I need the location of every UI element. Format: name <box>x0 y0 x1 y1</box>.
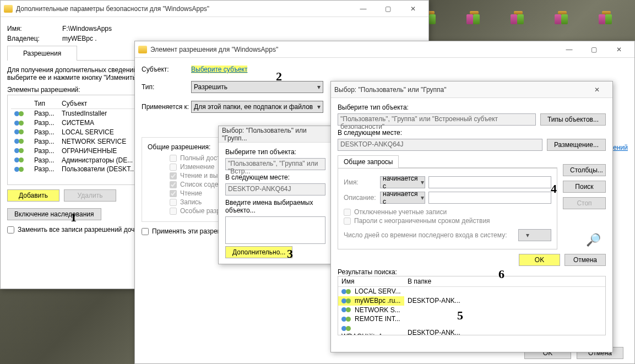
select-user-small-title: Выбор: "Пользователь" или "Групп... <box>222 127 329 142</box>
nonexpiring-pwd-label: Пароли с неограниченным сроком действия <box>354 217 490 225</box>
magnify-icon <box>586 233 606 249</box>
find-button[interactable]: Поиск <box>563 181 606 193</box>
annotation-6: 6 <box>498 267 504 281</box>
users-icon <box>14 119 26 127</box>
annotation-5: 5 <box>457 308 463 323</box>
annotation-4: 4 <box>551 182 557 196</box>
th-name[interactable]: Имя <box>338 276 404 287</box>
minimize-button[interactable]: — <box>351 1 376 17</box>
advanced-security-title: Дополнительные параметры безопасности дл… <box>16 5 351 13</box>
object-type-field: "Пользователь", "Группа" или "Встр... <box>225 158 325 170</box>
select-object-type-label: Выберите тип объекта: <box>338 104 606 111</box>
stop-button: Стоп <box>563 197 606 209</box>
cancel-button[interactable]: Отмена <box>565 254 606 266</box>
enable-inheritance-button[interactable]: Включение наследования <box>7 208 101 220</box>
enter-names-label: Введите имена выбираемых объекто... <box>225 199 325 214</box>
minimize-button[interactable]: — <box>557 42 582 57</box>
location-label: В следующем месте: <box>338 129 606 137</box>
type-dropdown[interactable]: Разрешить <box>191 81 323 93</box>
replace-entries-label: Заменить все записи разрешений доч... <box>18 226 140 233</box>
desktop-icon-winrar[interactable] <box>545 6 578 32</box>
user-icon <box>341 325 354 333</box>
permission-checkbox <box>170 199 177 206</box>
desktop-icon-winrar[interactable] <box>457 6 490 32</box>
applies-to-label: Применяется к: <box>142 103 191 111</box>
maximize-button[interactable]: ▢ <box>582 42 606 57</box>
th-type[interactable]: Тип <box>31 99 58 109</box>
permission-label: Изменение <box>180 163 214 171</box>
select-user-advanced-title: Выбор: "Пользователь" или "Группа" <box>334 86 584 94</box>
search-results-label: Результаты поиска: <box>338 268 606 276</box>
advanced-button[interactable]: Дополнительно... <box>225 246 292 258</box>
days-combo <box>518 229 551 241</box>
annotation-2: 2 <box>276 69 282 84</box>
name-label: Имя: <box>7 25 62 32</box>
select-object-type-label: Выберите тип объекта: <box>225 148 325 156</box>
location-button[interactable]: Размещение... <box>547 139 606 151</box>
name-input[interactable] <box>428 176 551 188</box>
location-field: DESKTOP-ANKQ64J <box>225 183 325 195</box>
tab-permissions[interactable]: Разрешения <box>7 46 77 61</box>
other-link[interactable]: ений <box>613 144 628 151</box>
type-label: Тип: <box>142 83 191 91</box>
name-match-combo: начинается с <box>380 176 425 188</box>
name-label: Имя: <box>344 178 377 186</box>
user-icon <box>341 306 354 314</box>
subject-label: Субъект: <box>142 66 191 73</box>
result-row[interactable]: REMOTE INT... <box>338 314 605 324</box>
columns-button[interactable]: Столбцы... <box>563 164 606 176</box>
result-row[interactable]: NETWORK S... <box>338 306 605 315</box>
desktop-icon-winrar[interactable] <box>501 6 534 32</box>
permission-checkbox <box>170 181 177 188</box>
add-button[interactable]: Добавить <box>7 189 59 202</box>
users-icon <box>14 110 26 118</box>
users-icon <box>14 166 26 173</box>
owner-label: Владелец: <box>7 35 62 42</box>
nonexpiring-pwd-checkbox <box>344 218 351 225</box>
result-row[interactable]: LOCAL SERV... <box>338 287 605 296</box>
disabled-accounts-checkbox <box>344 209 351 216</box>
name-value: F:\WindowsApps <box>62 25 112 32</box>
location-field: DESKTOP-ANKQ64J <box>338 139 542 151</box>
folder-icon <box>138 46 147 53</box>
permission-checkbox <box>170 172 177 180</box>
select-subject-link[interactable]: Выберите субъект <box>191 66 247 73</box>
close-button[interactable]: ✕ <box>400 1 425 17</box>
permission-checkbox <box>170 155 177 162</box>
permission-checkbox <box>170 208 177 215</box>
applies-to-dropdown[interactable]: Для этой папки, ее подпапок и файлов <box>191 101 323 113</box>
users-icon <box>14 138 26 145</box>
desktop-icon-winrar[interactable] <box>589 6 622 32</box>
close-button[interactable]: ✕ <box>606 42 631 57</box>
desc-match-combo: начинается с <box>380 192 425 204</box>
close-button[interactable]: ✕ <box>584 82 609 97</box>
location-label: В следующем месте: <box>225 173 325 181</box>
disabled-accounts-label: Отключенные учетные записи <box>354 208 447 216</box>
tab-common-queries[interactable]: Общие запросы <box>338 155 399 168</box>
description-input[interactable] <box>428 192 551 204</box>
remove-button: Удалить <box>64 189 116 202</box>
maximize-button[interactable]: ▢ <box>376 1 400 17</box>
folder-icon <box>4 5 13 13</box>
permission-checkbox <box>170 164 177 171</box>
object-type-field: "Пользователь", "Группа" или "Встроенный… <box>338 113 536 126</box>
description-label: Описание: <box>344 194 377 202</box>
ok-button[interactable]: OK <box>519 254 560 266</box>
result-row[interactable]: WDAGUtilityA...DESKTOP-ANK... <box>338 324 605 335</box>
result-row[interactable]: myWEBpc .ru...DESKTOP-ANK... <box>338 296 605 306</box>
annotation-1: 1 <box>70 210 77 225</box>
users-icon <box>14 156 26 164</box>
names-textarea[interactable] <box>225 216 325 244</box>
object-types-button[interactable]: Типы объектов... <box>540 113 606 126</box>
permission-label: Чтение <box>180 189 202 197</box>
permission-label: Запись <box>180 198 202 206</box>
owner-value: myWEBpc . <box>62 35 97 42</box>
user-icon <box>341 297 354 305</box>
replace-entries-checkbox[interactable] <box>7 226 14 233</box>
users-icon <box>14 147 26 155</box>
users-icon <box>14 128 26 136</box>
permission-checkbox <box>170 190 177 197</box>
permission-entry-title: Элемент разрешения для "WindowsApps" <box>150 46 557 53</box>
apply-permissions-checkbox[interactable] <box>142 228 149 235</box>
days-since-login-label: Число дней со времени последнего входа в… <box>344 231 515 239</box>
